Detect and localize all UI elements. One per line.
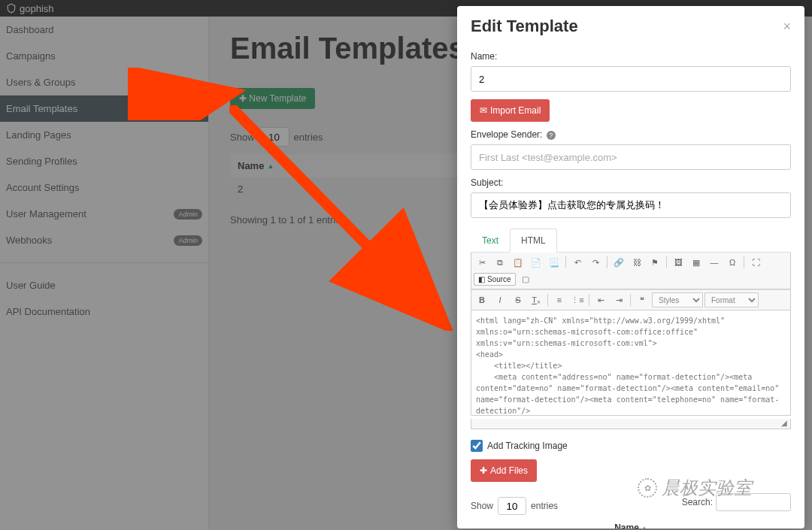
paste-text-icon[interactable]: 📄 — [528, 255, 544, 270]
blockquote-icon[interactable]: ❝ — [634, 292, 650, 307]
import-email-button[interactable]: ✉Import Email — [471, 99, 550, 122]
indent-icon[interactable]: ⇥ — [611, 292, 627, 307]
envelope-sender-label: Envelope Sender: ? — [471, 129, 791, 140]
edit-template-modal: Edit Template × Name: ✉Import Email Enve… — [457, 6, 804, 528]
files-table-header[interactable]: Name▲ — [471, 522, 791, 528]
plus-icon: ✚ — [480, 465, 487, 476]
bold-icon[interactable]: B — [474, 292, 490, 307]
files-entries-label: entries — [531, 501, 558, 511]
sort-asc-icon: ▲ — [641, 525, 647, 529]
format-select[interactable]: Format — [704, 292, 759, 307]
italic-icon[interactable]: I — [492, 292, 508, 307]
remove-format-icon[interactable]: Tₓ — [528, 292, 544, 307]
files-page-length-input[interactable] — [498, 497, 526, 515]
cut-icon[interactable]: ✂ — [474, 255, 490, 270]
name-input[interactable] — [471, 66, 791, 92]
envelope-icon: ✉ — [480, 105, 487, 116]
modal-close-button[interactable]: × — [783, 19, 791, 35]
tracking-label: Add Tracking Image — [487, 441, 568, 451]
add-files-button[interactable]: ✚Add Files — [471, 459, 537, 482]
link-icon[interactable]: 🔗 — [611, 255, 627, 270]
wechat-icon: ✿ — [638, 478, 657, 498]
tab-text[interactable]: Text — [471, 229, 510, 252]
copy-icon[interactable]: ⧉ — [492, 255, 508, 270]
maximize-icon[interactable]: ⛶ — [747, 255, 764, 270]
modal-title: Edit Template — [471, 17, 578, 36]
bullet-list-icon[interactable]: ⋮≡ — [569, 292, 586, 307]
tab-html[interactable]: HTML — [510, 229, 557, 253]
editor-toolbar: ✂ ⧉ 📋 📄 📃 ↶ ↷ 🔗 ⛓ ⚑ 🖼 ▦ ― Ω ⛶ ◧Source ▢ — [471, 253, 791, 289]
tracking-image-checkbox[interactable] — [471, 440, 483, 452]
numbered-list-icon[interactable]: ≡ — [551, 292, 568, 307]
preview-icon[interactable]: ▢ — [517, 271, 534, 286]
anchor-icon[interactable]: ⚑ — [647, 255, 663, 270]
subject-label: Subject: — [471, 177, 791, 188]
source-button[interactable]: ◧Source — [474, 273, 516, 286]
hr-icon[interactable]: ― — [706, 255, 723, 270]
name-label: Name: — [471, 51, 791, 62]
styles-select[interactable]: Styles — [652, 292, 703, 307]
unlink-icon[interactable]: ⛓ — [629, 255, 645, 270]
image-icon[interactable]: 🖼 — [670, 255, 686, 270]
redo-icon[interactable]: ↷ — [587, 255, 604, 270]
table-icon[interactable]: ▦ — [688, 255, 704, 270]
watermark: ✿ 晨极实验室 — [638, 476, 752, 500]
envelope-sender-input[interactable] — [471, 144, 791, 170]
files-show-label: Show — [471, 501, 493, 511]
resize-handle[interactable]: ◢ — [471, 419, 791, 429]
outdent-icon[interactable]: ⇤ — [592, 292, 609, 307]
html-source-editor[interactable]: <html lang="zh-CN" xmlns="http://www.w3.… — [471, 310, 791, 416]
help-icon[interactable]: ? — [547, 131, 556, 140]
undo-icon[interactable]: ↶ — [569, 255, 586, 270]
subject-input[interactable] — [471, 192, 791, 218]
special-char-icon[interactable]: Ω — [724, 255, 741, 270]
paste-icon[interactable]: 📋 — [510, 255, 526, 270]
paste-word-icon[interactable]: 📃 — [546, 255, 562, 270]
strike-icon[interactable]: S — [510, 292, 526, 307]
